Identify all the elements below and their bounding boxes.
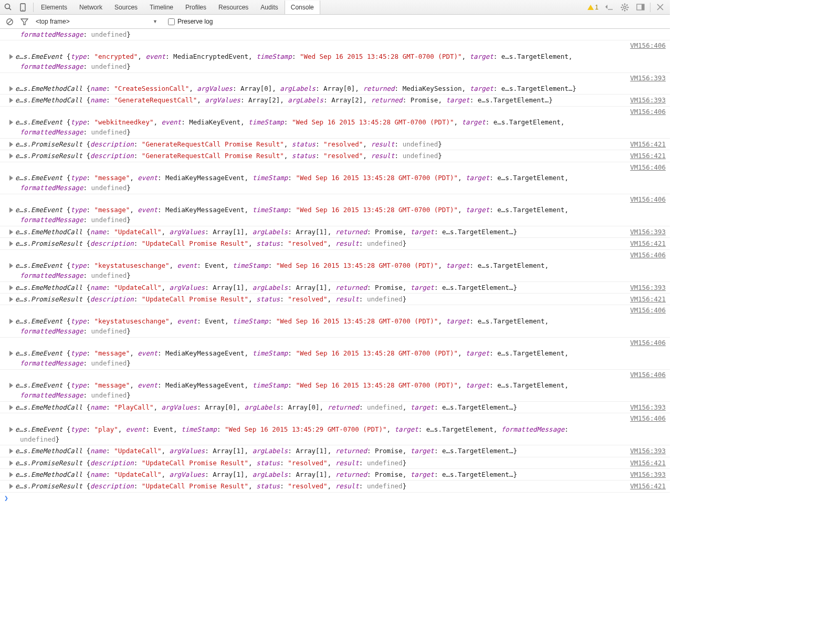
expand-icon[interactable] (9, 142, 13, 147)
dock-side-icon[interactable] (633, 0, 648, 15)
console-source-link-row: VM156:406 (0, 370, 670, 380)
tab-resources[interactable]: Resources (213, 1, 255, 14)
expand-icon[interactable] (9, 229, 13, 235)
tab-sources[interactable]: Sources (109, 1, 144, 14)
expand-icon[interactable] (9, 484, 13, 489)
console-log-entry[interactable]: VM156:393e…s.EmeMethodCall {name: "Updat… (0, 469, 670, 480)
svg-line-1 (9, 8, 11, 11)
expand-icon[interactable] (9, 54, 13, 59)
console-log-entry[interactable]: e…s.EmeEvent {type: "message", event: Me… (0, 172, 670, 194)
source-link[interactable]: VM156:406 (626, 108, 666, 116)
expand-icon[interactable] (9, 241, 13, 246)
expand-icon[interactable] (9, 175, 13, 181)
tab-timeline[interactable]: Timeline (144, 1, 180, 14)
search-icon[interactable] (0, 0, 16, 15)
console-log-entry[interactable]: VM156:393e…s.EmeMethodCall {name: "PlayC… (0, 402, 670, 413)
expand-icon[interactable] (9, 285, 13, 290)
console-source-link-row: VM156:406 (0, 250, 670, 260)
console-source-link-row: VM156:406 (0, 338, 670, 348)
settings-gear-icon[interactable] (617, 0, 633, 15)
console-source-link-row: VM156:406 (0, 305, 670, 315)
console-log-entry[interactable]: e…s.EmeEvent {type: "encrypted", event: … (0, 51, 670, 73)
svg-rect-15 (642, 4, 644, 10)
source-link[interactable]: VM156:393 (626, 283, 666, 292)
console-log-entry[interactable]: e…s.EmeMethodCall {name: "CreateSessionC… (0, 83, 670, 95)
console-log-entry[interactable]: VM156:421e…s.PromiseResult {description:… (0, 139, 670, 150)
console-log-entry[interactable]: formattedMessage: undefined} (0, 29, 670, 40)
console-log-entry[interactable]: e…s.EmeEvent {type: "play", event: Event… (0, 424, 670, 446)
console-log-entry[interactable]: VM156:421e…s.PromiseResult {description:… (0, 150, 670, 162)
console-log-entry[interactable]: VM156:421e…s.PromiseResult {description:… (0, 294, 670, 305)
expand-icon[interactable] (9, 448, 13, 454)
source-link[interactable]: VM156:406 (626, 339, 666, 347)
source-link[interactable]: VM156:406 (626, 163, 666, 171)
expand-icon[interactable] (9, 153, 13, 159)
source-link[interactable]: VM156:406 (626, 195, 666, 203)
console-log-entry[interactable]: VM156:421e…s.PromiseResult {description:… (0, 457, 670, 469)
console-log-entry[interactable]: e…s.EmeEvent {type: "keystatuseschange",… (0, 260, 670, 282)
source-link[interactable]: VM156:406 (626, 251, 666, 259)
console-log-entry[interactable]: e…s.EmeEvent {type: "keystatuseschange",… (0, 316, 670, 338)
console-log-area: formattedMessage: undefined}VM156:406e…s… (0, 29, 670, 493)
tab-elements[interactable]: Elements (35, 1, 74, 14)
console-source-link-row: VM156:393 (0, 73, 670, 83)
expand-icon[interactable] (9, 427, 13, 432)
console-log-entry[interactable]: VM156:393e…s.EmeMethodCall {name: "Updat… (0, 282, 670, 294)
expand-icon[interactable] (9, 319, 13, 324)
source-link[interactable]: VM156:406 (626, 414, 666, 422)
tab-console[interactable]: Console (285, 1, 320, 14)
filter-icon[interactable] (18, 15, 30, 28)
console-log-entry[interactable]: VM156:393e…s.EmeMethodCall {name: "Updat… (0, 226, 670, 238)
clear-console-icon[interactable] (3, 15, 16, 28)
console-log-entry[interactable]: e…s.EmeEvent {type: "webkitneedkey", eve… (0, 117, 670, 139)
source-link[interactable]: VM156:421 (626, 238, 666, 248)
expand-icon[interactable] (9, 297, 13, 302)
source-link[interactable]: VM156:421 (626, 294, 666, 304)
show-drawer-icon[interactable] (601, 0, 617, 15)
console-prompt[interactable]: ❯ (0, 493, 670, 504)
console-log-entry[interactable]: e…s.EmeEvent {type: "message", event: Me… (0, 204, 670, 226)
source-link[interactable]: VM156:406 (626, 306, 666, 314)
device-mode-icon[interactable] (16, 0, 32, 15)
source-link[interactable]: VM156:393 (626, 402, 666, 412)
svg-line-19 (7, 19, 12, 24)
console-source-link-row: VM156:406 (0, 162, 670, 172)
frame-selector[interactable]: <top frame> ▼ (33, 17, 161, 26)
expand-icon[interactable] (9, 472, 13, 477)
close-icon[interactable] (652, 0, 668, 15)
source-link[interactable]: VM156:393 (626, 469, 666, 479)
source-link[interactable]: VM156:393 (626, 227, 666, 237)
expand-icon[interactable] (9, 461, 13, 466)
console-log-entry[interactable]: VM156:421e…s.PromiseResult {description:… (0, 238, 670, 249)
console-log-entry[interactable]: VM156:393e…s.EmeMethodCall {name: "Gener… (0, 95, 670, 106)
svg-line-12 (622, 9, 623, 10)
preserve-log-checkbox[interactable]: Preserve log (168, 18, 213, 25)
warnings-badge[interactable]: 1 (585, 4, 601, 11)
source-link[interactable]: VM156:421 (626, 481, 666, 491)
console-log-entry[interactable]: e…s.EmeEvent {type: "message", event: Me… (0, 348, 670, 370)
console-log-entry[interactable]: VM156:393e…s.EmeMethodCall {name: "Updat… (0, 445, 670, 457)
console-log-entry[interactable]: VM156:421e…s.PromiseResult {description:… (0, 480, 670, 492)
source-link[interactable]: VM156:421 (626, 151, 666, 161)
expand-icon[interactable] (9, 207, 13, 213)
expand-icon[interactable] (9, 120, 13, 125)
source-link[interactable]: VM156:393 (626, 446, 666, 456)
tab-audits[interactable]: Audits (255, 1, 284, 14)
source-link[interactable]: VM156:406 (626, 41, 666, 49)
preserve-log-label: Preserve log (177, 18, 213, 25)
expand-icon[interactable] (9, 405, 13, 410)
expand-icon[interactable] (9, 351, 13, 356)
expand-icon[interactable] (9, 98, 13, 103)
expand-icon[interactable] (9, 263, 13, 268)
expand-icon[interactable] (9, 86, 13, 91)
preserve-log-input[interactable] (168, 18, 175, 25)
console-log-entry[interactable]: e…s.EmeEvent {type: "message", event: Me… (0, 380, 670, 402)
expand-icon[interactable] (9, 383, 13, 388)
source-link[interactable]: VM156:393 (626, 74, 666, 82)
tab-profiles[interactable]: Profiles (180, 1, 213, 14)
tab-network[interactable]: Network (74, 1, 109, 14)
source-link[interactable]: VM156:393 (626, 95, 666, 105)
source-link[interactable]: VM156:406 (626, 371, 666, 379)
source-link[interactable]: VM156:421 (626, 139, 666, 149)
source-link[interactable]: VM156:421 (626, 458, 666, 468)
